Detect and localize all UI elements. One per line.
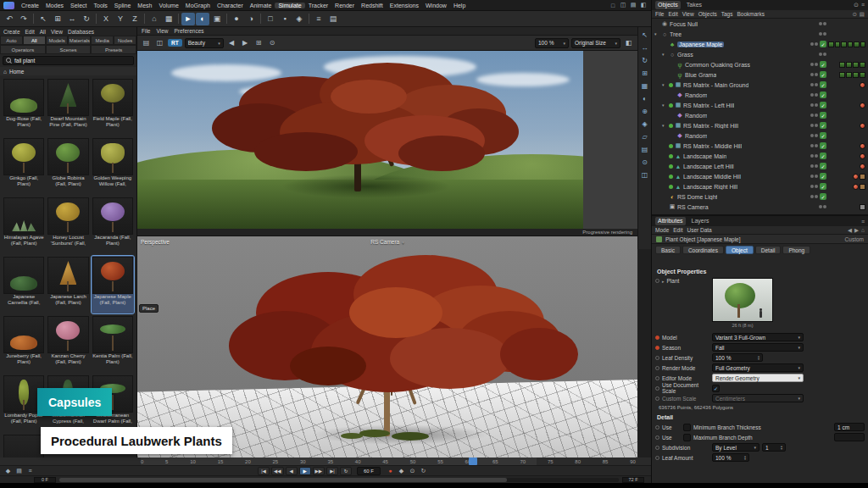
render-visibility-dot[interactable] <box>823 22 826 25</box>
menu-mograph[interactable]: MoGraph <box>182 3 214 8</box>
plant-preview-image[interactable] <box>712 278 773 322</box>
lock-z-icon[interactable]: Z <box>128 13 142 25</box>
menu-render[interactable]: Render <box>331 3 358 8</box>
keyframe-dot[interactable] <box>655 435 659 440</box>
plant-tile-kentia-palm-fall-plant[interactable]: Kentia Palm (Fall, Plant) <box>92 315 134 373</box>
editor-visibility-dot[interactable] <box>810 185 814 188</box>
menu-tools[interactable]: Tools <box>91 3 111 8</box>
enabled-check[interactable]: ✓ <box>820 173 826 180</box>
editor-visibility-dot[interactable] <box>819 205 822 208</box>
expander-icon[interactable]: ▾ <box>662 82 667 87</box>
range-start-field[interactable]: 0 F <box>34 477 56 483</box>
plant-tile-kanzan-cherry-fall-plant[interactable]: Kanzan Cherry (Fall, Plant) <box>47 315 89 373</box>
leaf-tag-icon[interactable] <box>853 72 859 78</box>
plant-tile-mound-lily-yucca-fall-plant[interactable]: Mound Lily Yucca (Fall, Plant) <box>3 434 45 458</box>
menu-icon[interactable]: ≡ <box>861 2 865 8</box>
object-row-random[interactable]: ◆Random✓ <box>652 130 868 141</box>
keyframe-dot[interactable] <box>655 446 659 450</box>
layout-icon-4[interactable]: ◧ <box>639 2 648 9</box>
autokey-icon[interactable]: ↻ <box>419 467 428 475</box>
tan-tag-icon[interactable] <box>860 174 865 180</box>
plane-tool-icon[interactable]: ▱ <box>640 132 650 141</box>
render-visibility-dot[interactable] <box>815 134 818 137</box>
tab-attributes[interactable]: Attributes <box>655 217 686 225</box>
visibility-dots[interactable] <box>810 124 818 127</box>
aov-dropdown[interactable]: Beauty▾ <box>185 38 224 48</box>
leaf-tag-icon[interactable] <box>848 42 854 47</box>
keyframe-dot[interactable] <box>655 366 659 370</box>
editor-visibility-dot[interactable] <box>810 42 814 46</box>
leaf-tag-icon[interactable] <box>835 42 841 47</box>
red-tag-icon[interactable] <box>860 153 865 159</box>
loop-button[interactable]: ↻ <box>340 467 352 475</box>
max-branch-field[interactable] <box>834 433 865 441</box>
red-tag-icon[interactable] <box>853 174 859 180</box>
editor-visibility-dot[interactable] <box>810 134 814 137</box>
enabled-check[interactable]: ✓ <box>820 81 826 88</box>
asset-tab-all[interactable]: All <box>23 36 46 45</box>
render-visibility-dot[interactable] <box>815 195 818 198</box>
menu-volume[interactable]: Volume <box>155 3 181 8</box>
render-visibility-dot[interactable] <box>823 205 826 208</box>
rt-toggle-button[interactable]: RT <box>168 39 182 47</box>
object-row-landscape-right-hill[interactable]: ▲Landscape Right Hill✓ <box>652 181 868 191</box>
objects-menu-bookmarks[interactable]: Bookmarks <box>737 11 765 17</box>
breadcrumb[interactable]: ⌂ Home <box>0 67 136 75</box>
asset-menu-create[interactable]: Create <box>3 29 20 35</box>
select-icon[interactable]: ↖ <box>36 13 50 25</box>
editor-visibility-dot[interactable] <box>810 154 814 158</box>
visibility-dots[interactable] <box>819 22 826 25</box>
render-menu-view[interactable]: View <box>156 28 168 34</box>
keyframe-dot[interactable] <box>655 456 659 460</box>
visibility-dots[interactable] <box>819 53 826 56</box>
asset-tab-materials[interactable]: Materials <box>68 36 91 45</box>
grid-tool-icon[interactable]: ⊞ <box>640 69 650 78</box>
editor-visibility-dot[interactable] <box>810 164 814 168</box>
expander-icon[interactable]: ▾ <box>654 31 659 36</box>
asset-tab-media[interactable]: Media <box>91 36 114 45</box>
leaf-tag-icon[interactable] <box>860 72 865 78</box>
polygon-mode-icon[interactable]: ◈ <box>292 13 306 25</box>
object-row-rs-matrix-right-hill[interactable]: ▾▦RS Matrix - Right Hill✓ <box>652 120 868 130</box>
render-visibility-dot[interactable] <box>815 83 818 86</box>
menu-simulate[interactable]: Simulate <box>275 3 304 8</box>
editor-visibility-dot[interactable] <box>819 53 822 56</box>
menu-tracker[interactable]: Tracker <box>305 3 331 8</box>
shade-tool-icon[interactable]: ◐ <box>640 94 650 103</box>
visibility-dots[interactable] <box>810 42 818 46</box>
visibility-dots[interactable] <box>810 93 818 97</box>
viewport[interactable]: Perspective RS Camera▾ Place <box>137 236 637 458</box>
camera-label[interactable]: RS Camera▾ <box>370 239 403 245</box>
custom-dropdown[interactable]: Custom <box>845 236 864 242</box>
plant-tile-ginkgo-fall-plant[interactable]: Ginkgo (Fall, Plant) <box>3 137 45 195</box>
expander-icon[interactable]: ▸ <box>662 279 665 284</box>
editor-mode-dropdown[interactable]: Render Geometry▾ <box>712 374 804 382</box>
snap-icon[interactable]: ≡ <box>312 13 326 25</box>
plant-tile-japanese-larch-fall-plant[interactable]: Japanese Larch (Fall, Plant) <box>47 256 89 313</box>
render-visibility-dot[interactable] <box>823 53 826 56</box>
object-row-blue-grama[interactable]: ψBlue Grama✓ <box>652 69 868 80</box>
expander-icon[interactable]: ▾ <box>662 52 667 57</box>
plant-tile-japanese-maple-fall-plant[interactable]: Japanese Maple (Fall, Plant) <box>92 256 134 313</box>
menu-help[interactable]: Help <box>450 3 469 8</box>
min-branch-checkbox[interactable] <box>683 424 691 431</box>
visibility-dots[interactable] <box>810 63 818 66</box>
asset-menu-view[interactable]: View <box>51 29 63 35</box>
asset-tab-presets[interactable]: Presets <box>91 45 136 54</box>
enabled-check[interactable]: ✓ <box>820 163 826 169</box>
app-logo-icon[interactable] <box>3 2 14 9</box>
red-tag-icon[interactable] <box>860 82 865 88</box>
editor-visibility-dot[interactable] <box>810 63 814 66</box>
editor-visibility-dot[interactable] <box>810 73 814 76</box>
enabled-check[interactable]: ✓ <box>820 193 826 200</box>
red-tag-icon[interactable] <box>853 184 859 190</box>
asset-tab-scenes[interactable]: Scenes <box>46 45 92 54</box>
menu-select[interactable]: Select <box>67 3 90 8</box>
transport-button[interactable]: ◀◀ <box>271 467 283 475</box>
gem-tool-icon[interactable]: ◈ <box>640 119 650 129</box>
object-row-random[interactable]: ◆Random✓ <box>652 110 868 120</box>
render-visibility-dot[interactable] <box>815 124 818 127</box>
visibility-dots[interactable] <box>810 103 818 107</box>
track-icon[interactable]: ▤ <box>14 467 24 475</box>
render-menu-preferences[interactable]: Preferences <box>174 28 203 34</box>
